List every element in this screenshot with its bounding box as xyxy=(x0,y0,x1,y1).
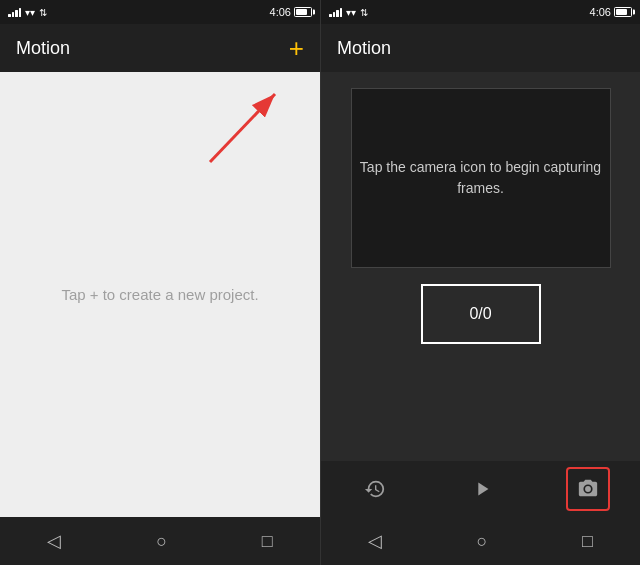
right-signal-icon xyxy=(329,7,342,17)
camera-preview-area: Tap the camera icon to begin capturing f… xyxy=(351,88,611,268)
right-home-button[interactable]: ○ xyxy=(477,531,488,552)
recents-button[interactable]: □ xyxy=(262,531,273,552)
right-wifi-icon: ▾▾ xyxy=(346,7,356,18)
play-icon xyxy=(471,478,493,500)
play-button[interactable] xyxy=(458,465,506,513)
right-phone-panel: ▾▾ ⇅ 4:06 Motion Tap the camera icon to … xyxy=(320,0,640,565)
red-arrow-icon xyxy=(170,82,290,182)
right-back-button[interactable]: ◁ xyxy=(368,530,382,552)
right-status-right: 4:06 xyxy=(590,6,632,18)
left-phone-panel: ▾▾ ⇅ 4:06 Motion + Tap + to xyxy=(0,0,320,565)
frame-count-display: 0/0 xyxy=(469,305,491,323)
data-transfer-icon: ⇅ xyxy=(39,7,47,18)
left-status-bar: ▾▾ ⇅ 4:06 xyxy=(0,0,320,24)
history-button[interactable] xyxy=(351,465,399,513)
signal-icon xyxy=(8,7,21,17)
right-recents-button[interactable]: □ xyxy=(582,531,593,552)
left-status-left: ▾▾ ⇅ xyxy=(8,7,47,18)
frame-counter: 0/0 xyxy=(421,284,541,344)
svg-line-1 xyxy=(210,94,275,162)
empty-state-message: Tap + to create a new project. xyxy=(61,286,258,303)
right-bottom-toolbar xyxy=(321,461,640,517)
left-status-right: 4:06 xyxy=(270,6,312,18)
right-nav-bar: ◁ ○ □ xyxy=(321,517,640,565)
add-project-button[interactable]: + xyxy=(289,35,304,61)
right-app-title: Motion xyxy=(337,38,624,59)
battery-icon xyxy=(294,7,312,17)
wifi-icon: ▾▾ xyxy=(25,7,35,18)
right-app-bar: Motion xyxy=(321,24,640,72)
left-content-area: Tap + to create a new project. xyxy=(0,72,320,517)
camera-hint-text: Tap the camera icon to begin capturing f… xyxy=(352,157,610,199)
right-data-icon: ⇅ xyxy=(360,7,368,18)
right-time: 4:06 xyxy=(590,6,611,18)
right-status-bar: ▾▾ ⇅ 4:06 xyxy=(321,0,640,24)
right-content-area: Tap the camera icon to begin capturing f… xyxy=(321,72,640,461)
left-app-title: Motion xyxy=(16,38,289,59)
camera-icon xyxy=(577,478,599,500)
home-button[interactable]: ○ xyxy=(156,531,167,552)
capture-button[interactable] xyxy=(566,467,610,511)
left-time: 4:06 xyxy=(270,6,291,18)
right-battery-icon xyxy=(614,7,632,17)
left-app-bar: Motion + xyxy=(0,24,320,72)
right-status-left: ▾▾ ⇅ xyxy=(329,7,368,18)
back-button[interactable]: ◁ xyxy=(47,530,61,552)
arrow-annotation xyxy=(170,82,290,182)
history-icon xyxy=(364,478,386,500)
left-nav-bar: ◁ ○ □ xyxy=(0,517,320,565)
